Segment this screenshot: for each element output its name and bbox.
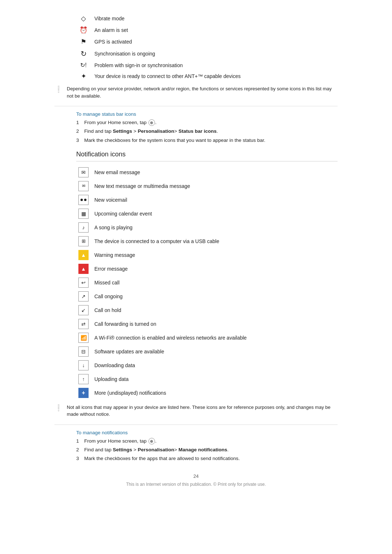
sync-icon: ↻ <box>76 49 91 58</box>
notif-icon-row-call-hold: ↙ Call on hold <box>76 305 338 315</box>
call-ongoing-icon: ↗ <box>76 291 91 301</box>
footer-text: This is an Internet version of this publ… <box>54 482 338 487</box>
calendar-icon: ▦ <box>76 209 91 219</box>
notification-section-title: Notification icons <box>76 151 338 161</box>
note1-icon: ❕ <box>54 85 65 93</box>
sync-problem-icon: ↻! <box>76 62 91 69</box>
notif-icon-row-call-ongoing: ↗ Call ongoing <box>76 291 338 301</box>
manage-status-step-3: 3 Mark the checkboxes for the system ico… <box>76 137 338 144</box>
sync-desc: Synchronisation is ongoing <box>91 51 338 57</box>
notif-icon-row-wifi: 📶 A Wi-Fi® connection is enabled and wir… <box>76 333 338 343</box>
call-ongoing-desc: Call ongoing <box>91 294 338 299</box>
vibrate-desc: Vibrate mode <box>91 16 338 21</box>
status-icon-row-alarm: ⏰ An alarm is set <box>76 26 338 34</box>
status-icon-row-sync-problem: ↻! Problem with sign-in or synchronisati… <box>76 62 338 69</box>
notif-icon-row-update: ⊟ Software updates are available <box>76 346 338 357</box>
note2-icon: ❕ <box>54 404 65 412</box>
error-icon: ▲ <box>76 264 91 274</box>
missed-call-icon: ↩ <box>76 278 91 288</box>
ant-icon: ✦ <box>76 72 91 80</box>
notif-icon-row-missed-call: ↩ Missed call <box>76 278 338 288</box>
status-icon-row-vibrate: ◇ Vibrate mode <box>76 15 338 22</box>
notif-icon-row-email: ✉ New email message <box>76 167 338 177</box>
warning-icon: ▲ <box>76 250 91 260</box>
more-notif-desc: More (undisplayed) notifications <box>91 390 338 396</box>
status-icon-row-gps: ⚑ GPS is activated <box>76 38 338 46</box>
manage-notif-step-1: 1 From your Home screen, tap ⊕. <box>76 438 338 445</box>
manage-status-steps: 1 From your Home screen, tap ⊕. 2 Find a… <box>76 119 338 144</box>
status-icon-row-ant: ✦ Your device is ready to connect to oth… <box>76 72 338 80</box>
vibrate-icon: ◇ <box>76 15 91 22</box>
sms-desc: New text message or multimedia message <box>91 183 338 189</box>
manage-status-link: To manage status bar icons <box>76 111 338 117</box>
music-icon: ♪ <box>76 222 91 233</box>
upload-icon: ↑ <box>76 374 91 384</box>
gps-icon: ⚑ <box>76 38 91 46</box>
manage-notif-step-3: 3 Mark the checkboxes for the apps that … <box>76 455 338 462</box>
manage-status-step-1: 1 From your Home screen, tap ⊕. <box>76 119 338 126</box>
sms-icon: ✉ <box>76 181 91 191</box>
wifi-icon: 📶 <box>76 333 91 343</box>
notif-icon-row-more: + More (undisplayed) notifications <box>76 388 338 398</box>
page-number: 24 <box>54 473 338 479</box>
email-desc: New email message <box>91 169 338 175</box>
warning-desc: Warning message <box>91 252 338 258</box>
note2-text: Not all icons that may appear in your de… <box>67 404 338 418</box>
update-desc: Software updates are available <box>91 349 338 354</box>
download-icon: ↓ <box>76 360 91 370</box>
notif-icon-row-upload: ↑ Uploading data <box>76 374 338 384</box>
upload-desc: Uploading data <box>91 376 338 382</box>
manage-notif-steps: 1 From your Home screen, tap ⊕. 2 Find a… <box>76 438 338 463</box>
missed-call-desc: Missed call <box>91 280 338 286</box>
status-icon-row-sync: ↻ Synchronisation is ongoing <box>76 49 338 58</box>
notif-icon-row-call-forward: ⇄ Call forwarding is turned on <box>76 319 338 329</box>
usb-desc: The device is connected to a computer vi… <box>91 238 338 244</box>
manage-status-step-2: 2 Find and tap Settings > Personalisatio… <box>76 128 338 135</box>
note1-row: ❕ Depending on your service provider, ne… <box>54 85 338 99</box>
manage-notif-link: To manage notifications <box>76 430 338 435</box>
ant-desc: Your device is ready to connect to other… <box>91 73 338 79</box>
download-desc: Downloading data <box>91 362 338 368</box>
note2-row: ❕ Not all icons that may appear in your … <box>54 404 338 418</box>
update-icon: ⊟ <box>76 346 91 357</box>
error-desc: Error message <box>91 266 338 272</box>
sync-problem-desc: Problem with sign-in or synchronisation <box>91 62 338 68</box>
home-app-icon-2: ⊕ <box>148 438 155 444</box>
notif-icon-row-sms: ✉ New text message or multimedia message <box>76 181 338 191</box>
notif-icon-row-calendar: ▦ Upcoming calendar event <box>76 209 338 219</box>
alarm-icon: ⏰ <box>76 26 91 34</box>
manage-notif-step-2: 2 Find and tap Settings > Personalisatio… <box>76 446 338 454</box>
music-desc: A song is playing <box>91 225 338 230</box>
home-app-icon: ⊕ <box>148 119 155 126</box>
email-icon: ✉ <box>76 167 91 177</box>
call-forward-desc: Call forwarding is turned on <box>91 321 338 327</box>
calendar-desc: Upcoming calendar event <box>91 211 338 217</box>
alarm-desc: An alarm is set <box>91 27 338 33</box>
call-forward-icon: ⇄ <box>76 319 91 329</box>
usb-icon: ⊞ <box>76 236 91 246</box>
notif-icon-row-warning: ▲ Warning message <box>76 250 338 260</box>
note1-text: Depending on your service provider, netw… <box>67 85 338 99</box>
more-notif-icon: + <box>76 388 91 398</box>
call-hold-desc: Call on hold <box>91 307 338 313</box>
notif-icon-row-usb: ⊞ The device is connected to a computer … <box>76 236 338 246</box>
notif-icon-row-error: ▲ Error message <box>76 264 338 274</box>
call-hold-icon: ↙ <box>76 305 91 315</box>
gps-desc: GPS is activated <box>91 39 338 45</box>
wifi-desc: A Wi-Fi® connection is enabled and wirel… <box>91 335 338 341</box>
notif-icon-row-music: ♪ A song is playing <box>76 222 338 233</box>
notif-icon-row-download: ↓ Downloading data <box>76 360 338 370</box>
voicemail-desc: New voicemail <box>91 197 338 203</box>
voicemail-icon: ⏺⏺ <box>76 195 91 205</box>
notif-icon-row-voicemail: ⏺⏺ New voicemail <box>76 195 338 205</box>
